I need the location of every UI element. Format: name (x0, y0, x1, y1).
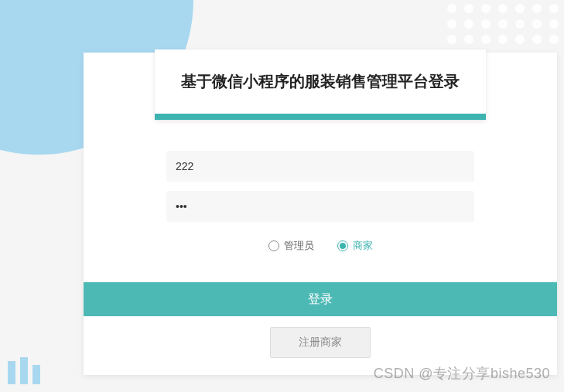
username-input[interactable] (166, 151, 474, 182)
role-radio-admin[interactable]: 管理员 (268, 239, 314, 253)
password-input[interactable] (166, 191, 474, 222)
page-title: 基于微信小程序的服装销售管理平台登录 (170, 71, 470, 92)
watermark-text: CSDN @专注分享bishe530 (374, 364, 550, 383)
login-button[interactable]: 登录 (84, 282, 557, 316)
login-card: 基于微信小程序的服装销售管理平台登录 管理员 商家 登录 注册商家 (84, 53, 557, 375)
role-radio-merchant[interactable]: 商家 (337, 239, 373, 253)
radio-icon (268, 240, 279, 251)
login-form: 管理员 商家 (84, 121, 557, 282)
background-bars (8, 357, 40, 384)
role-radio-group: 管理员 商家 (166, 231, 474, 267)
radio-icon (337, 240, 348, 251)
background-dots (447, 4, 560, 44)
register-merchant-button[interactable]: 注册商家 (270, 327, 371, 358)
title-box: 基于微信小程序的服装销售管理平台登录 (155, 49, 486, 120)
radio-label: 管理员 (284, 239, 314, 253)
radio-label: 商家 (353, 239, 373, 253)
